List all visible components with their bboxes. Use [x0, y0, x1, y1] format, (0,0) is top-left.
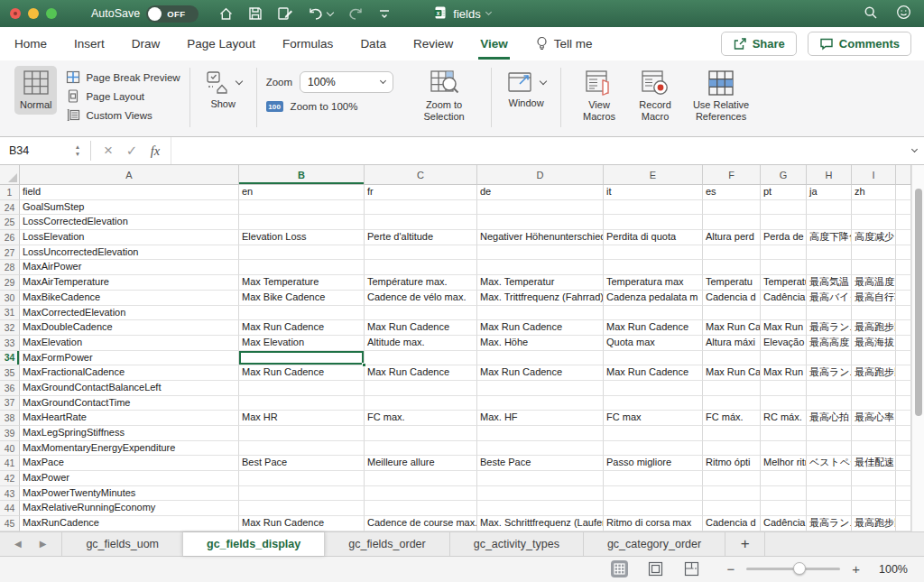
cell-H35[interactable]: 最高ランニ: [807, 365, 852, 381]
cell-I32[interactable]: 最高跑步踏频: [852, 320, 896, 336]
cell-E37[interactable]: [604, 396, 703, 411]
cell-G28[interactable]: [761, 260, 807, 275]
cell-C32[interactable]: Max Run Cadence: [365, 320, 477, 336]
cell-B44[interactable]: [239, 501, 365, 516]
cell-C38[interactable]: FC max.: [365, 411, 477, 426]
cell-C44[interactable]: [365, 501, 477, 516]
cell-F1[interactable]: es: [703, 185, 761, 200]
cell-A40[interactable]: MaxMomentaryEnergyExpenditure: [20, 441, 239, 457]
column-header-D[interactable]: D: [477, 165, 604, 185]
cell-G30[interactable]: Cadência m: [761, 291, 807, 306]
cell-B39[interactable]: [239, 426, 365, 441]
ribbon-tab-page-layout[interactable]: Page Layout: [185, 29, 257, 60]
cell-B30[interactable]: Max Bike Cadence: [239, 291, 365, 306]
row-header-41[interactable]: 41: [0, 456, 20, 471]
formula-input[interactable]: [171, 137, 904, 164]
cell-H40[interactable]: [807, 441, 852, 457]
row-header-26[interactable]: 26: [0, 230, 20, 245]
cell-G27[interactable]: [761, 245, 807, 261]
cell-B25[interactable]: [239, 215, 365, 230]
cell-E25[interactable]: [604, 215, 703, 230]
cell-C35[interactable]: Max Run Cadence: [365, 365, 477, 381]
cell-B24[interactable]: [239, 200, 365, 216]
cell-D43[interactable]: [477, 486, 604, 502]
page-break-preview-button[interactable]: Page Break Preview: [66, 70, 180, 84]
doc-title-chevron-icon[interactable]: [485, 9, 492, 15]
vertical-scrollbar[interactable]: [911, 165, 924, 531]
cell-D26[interactable]: Negativer Höhenunterschied: [477, 230, 604, 245]
row-header-30[interactable]: 30: [0, 291, 20, 306]
show-button[interactable]: Show: [199, 66, 247, 114]
cell-A36[interactable]: MaxGroundContactBalanceLeft: [20, 381, 239, 396]
cell-B33[interactable]: Max Elevation: [239, 336, 365, 351]
cell-G41[interactable]: Melhor ritm: [761, 456, 807, 471]
cell-E34[interactable]: [604, 351, 703, 366]
cell-A34[interactable]: MaxFormPower: [20, 351, 239, 366]
cell-I34[interactable]: [852, 351, 896, 366]
cell-D41[interactable]: Beste Pace: [477, 456, 604, 471]
cell-C28[interactable]: [365, 260, 477, 275]
cell-A37[interactable]: MaxGroundContactTime: [20, 396, 239, 411]
cell-E45[interactable]: Ritmo di corsa max: [604, 516, 703, 531]
cell-B35[interactable]: Max Run Cadence: [239, 365, 365, 381]
cell-I36[interactable]: [852, 381, 896, 396]
cell-D27[interactable]: [477, 245, 604, 261]
cell-H30[interactable]: 最高バイク: [807, 291, 852, 306]
cell-B40[interactable]: [239, 441, 365, 457]
cell-I44[interactable]: [852, 501, 896, 516]
cell-I37[interactable]: [852, 396, 896, 411]
cell-H25[interactable]: [807, 215, 852, 230]
cell-C27[interactable]: [365, 245, 477, 261]
zoom-combobox[interactable]: 100%: [300, 71, 393, 93]
row-header-28[interactable]: 28: [0, 260, 20, 275]
cell-F38[interactable]: FC máx.: [703, 411, 761, 426]
cell-B43[interactable]: [239, 486, 365, 502]
cell-C25[interactable]: [365, 215, 477, 230]
cell-I25[interactable]: [852, 215, 896, 230]
cell-A32[interactable]: MaxDoubleCadence: [20, 320, 239, 336]
cell-B34[interactable]: [239, 351, 365, 366]
row-header-24[interactable]: 24: [0, 200, 20, 216]
cell-D38[interactable]: Max. HF: [477, 411, 604, 426]
cell-I39[interactable]: [852, 426, 896, 441]
cell-F24[interactable]: [703, 200, 761, 216]
cell-F33[interactable]: Altura máxi: [703, 336, 761, 351]
cell-H38[interactable]: 最高心拍: [807, 411, 852, 426]
cell-F44[interactable]: [703, 501, 761, 516]
cell-A1[interactable]: field: [20, 185, 239, 200]
row-header-25[interactable]: 25: [0, 215, 20, 230]
autosave-toggle[interactable]: OFF: [146, 5, 199, 23]
cell-C45[interactable]: Cadence de course max.: [365, 516, 477, 531]
cell-G45[interactable]: Cadência m: [761, 516, 807, 531]
row-header-39[interactable]: 39: [0, 426, 20, 441]
cell-I26[interactable]: 高度减少: [852, 230, 896, 245]
cell-G36[interactable]: [761, 381, 807, 396]
cell-G34[interactable]: [761, 351, 807, 366]
cell-A45[interactable]: MaxRunCadence: [20, 516, 239, 531]
cell-D42[interactable]: [477, 471, 604, 486]
cell-G33[interactable]: Elevação m: [761, 336, 807, 351]
comments-button[interactable]: Comments: [808, 32, 911, 56]
cell-B38[interactable]: Max HR: [239, 411, 365, 426]
cell-E39[interactable]: [604, 426, 703, 441]
cell-E42[interactable]: [604, 471, 703, 486]
cell-H24[interactable]: [807, 200, 852, 216]
cell-A38[interactable]: MaxHeartRate: [20, 411, 239, 426]
print-edit-icon[interactable]: [277, 6, 293, 21]
cell-E1[interactable]: it: [604, 185, 703, 200]
cell-D37[interactable]: [477, 396, 604, 411]
cell-H31[interactable]: [807, 306, 852, 321]
sheet-tab-gc_activity_types[interactable]: gc_activity_types: [449, 532, 584, 556]
cell-C42[interactable]: [365, 471, 477, 486]
column-header-I[interactable]: I: [852, 165, 896, 185]
cell-E32[interactable]: Max Run Cadence: [604, 320, 703, 336]
cell-G1[interactable]: pt: [761, 185, 807, 200]
cell-F35[interactable]: Max Run Ca: [703, 365, 761, 381]
close-window-button[interactable]: [10, 8, 21, 19]
cell-E29[interactable]: Temperatura max: [604, 275, 703, 291]
cell-I41[interactable]: 最佳配速: [852, 456, 896, 471]
cell-D25[interactable]: [477, 215, 604, 230]
row-header-43[interactable]: 43: [0, 486, 20, 502]
cell-G43[interactable]: [761, 486, 807, 502]
cell-D39[interactable]: [477, 426, 604, 441]
